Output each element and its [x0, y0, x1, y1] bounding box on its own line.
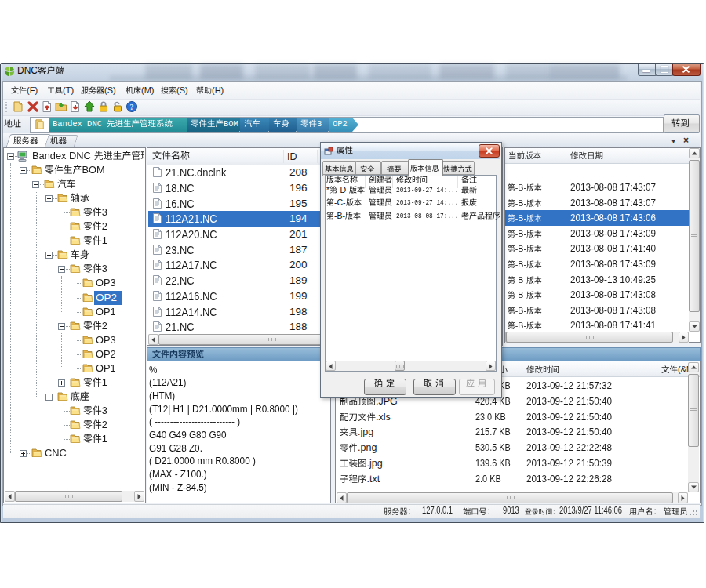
svg-text:?: ? — [130, 103, 134, 111]
